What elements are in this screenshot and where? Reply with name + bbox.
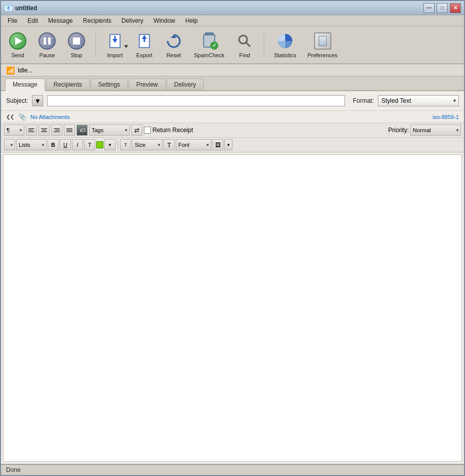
- collapse-button[interactable]: ❮❮: [6, 114, 14, 120]
- toolbar-separator-3: [118, 140, 118, 149]
- format-select-wrapper: Styled Text Plain Text HTML: [378, 95, 459, 106]
- maximize-button[interactable]: □: [437, 3, 448, 13]
- tab-preview[interactable]: Preview: [129, 78, 166, 90]
- find-label: Find: [239, 52, 250, 58]
- menu-message[interactable]: Message: [44, 16, 78, 26]
- find-button[interactable]: Find: [232, 29, 257, 61]
- menu-help[interactable]: Help: [181, 16, 203, 26]
- text-T-label: T: [88, 142, 92, 148]
- align-left-button[interactable]: [26, 125, 37, 136]
- svg-point-1: [239, 35, 247, 44]
- size-select-wrapper: Size: [132, 139, 163, 150]
- color-dropdown-button[interactable]: ▼: [104, 139, 115, 150]
- tag-button[interactable]: 🏷: [76, 125, 88, 136]
- reset-icon: [165, 32, 183, 50]
- stop-button[interactable]: Stop: [64, 29, 89, 61]
- size-select[interactable]: Size: [132, 139, 163, 150]
- spamcheck-icon: ✓: [200, 32, 218, 50]
- export-button[interactable]: Export: [132, 29, 157, 61]
- stop-icon: [67, 32, 86, 50]
- status-bar: 📶 Idle...: [1, 64, 464, 76]
- underline-icon: U: [63, 142, 67, 148]
- toolbar: Send Pause Stop: [1, 26, 464, 64]
- spamcheck-button[interactable]: ✓ SpamCheck: [190, 29, 228, 61]
- statistics-button[interactable]: Statistics: [270, 29, 300, 61]
- menu-file[interactable]: File: [3, 16, 22, 26]
- priority-select[interactable]: Normal High Low: [410, 125, 461, 136]
- preferences-button[interactable]: Preferences: [304, 29, 341, 61]
- message-body[interactable]: [3, 154, 462, 462]
- title-bar-left: 📧 untitled: [4, 4, 37, 12]
- italic-button[interactable]: I: [72, 139, 83, 150]
- minimize-button[interactable]: —: [423, 3, 435, 13]
- format-toolbar-1: ¶ 🏷 Tags ⇄ Return Receip: [1, 123, 464, 138]
- tags-select[interactable]: Tags: [89, 125, 130, 136]
- lists-select-wrapper: Lists: [16, 139, 47, 150]
- list-style-select[interactable]: ☰: [4, 139, 15, 150]
- size-T-small-button[interactable]: T: [120, 139, 131, 150]
- charset-link[interactable]: iso-8859-1: [433, 114, 459, 120]
- text-color-T-button[interactable]: T: [84, 139, 95, 150]
- import-label: Import: [107, 52, 123, 58]
- export-label: Export: [136, 52, 152, 58]
- bold-icon: B: [51, 142, 55, 148]
- insert-image-button[interactable]: 🖼: [212, 139, 223, 150]
- footer-status: Done: [6, 466, 21, 473]
- subject-row: Subject: ▼ Format: Styled Text Plain Tex…: [1, 91, 464, 111]
- tabs-container: Message Recipients Settings Preview Deli…: [1, 76, 464, 91]
- tab-message[interactable]: Message: [5, 78, 45, 91]
- menu-bar: File Edit Message Recipients Delivery Wi…: [1, 15, 464, 26]
- list-style-select-wrapper: ☰: [4, 139, 15, 150]
- find-icon: [236, 32, 254, 50]
- justify-button[interactable]: [64, 125, 75, 136]
- priority-label: Priority:: [388, 127, 409, 134]
- tab-recipients[interactable]: Recipients: [46, 78, 90, 90]
- tab-delivery[interactable]: Delivery: [167, 78, 204, 90]
- import-icon: [106, 32, 124, 50]
- app-icon: 📧: [4, 4, 12, 12]
- subject-input[interactable]: [47, 95, 344, 106]
- font-select[interactable]: Font: [176, 139, 211, 150]
- return-receipt-label: Return Receipt: [152, 127, 193, 134]
- pause-button[interactable]: Pause: [34, 29, 60, 61]
- bold-button[interactable]: B: [48, 139, 59, 150]
- paragraph-style-select-wrapper: ¶: [4, 125, 24, 136]
- statistics-label: Statistics: [274, 52, 296, 58]
- align-center-button[interactable]: [38, 125, 50, 136]
- toolbar-separator-2: [263, 32, 264, 58]
- toolbar-separator-1: [95, 32, 96, 58]
- font-T-button[interactable]: T: [164, 139, 175, 150]
- priority-select-wrapper: Normal High Low: [410, 125, 461, 136]
- main-window: 📧 untitled — □ ✕ File Edit Message Recip…: [0, 0, 465, 476]
- underline-button[interactable]: U: [60, 139, 71, 150]
- close-button[interactable]: ✕: [450, 3, 461, 13]
- align-right-button[interactable]: [51, 125, 62, 136]
- menu-recipients[interactable]: Recipients: [79, 16, 116, 26]
- reset-button[interactable]: Reset: [161, 29, 186, 61]
- footer: Done: [1, 464, 464, 475]
- statistics-icon: [276, 32, 294, 50]
- tags-select-wrapper: Tags: [89, 125, 130, 136]
- title-bar: 📧 untitled — □ ✕: [1, 1, 464, 15]
- preferences-label: Preferences: [307, 52, 337, 58]
- send-label: Send: [11, 52, 24, 58]
- subject-dropdown-button[interactable]: ▼: [32, 95, 43, 106]
- import-button[interactable]: Import: [102, 29, 128, 61]
- menu-window[interactable]: Window: [149, 16, 180, 26]
- pause-icon: [38, 32, 56, 50]
- tab-settings[interactable]: Settings: [91, 78, 128, 90]
- insert-dropdown-button[interactable]: ▼: [224, 139, 232, 150]
- shuffle-button[interactable]: ⇄: [131, 125, 142, 136]
- format-select[interactable]: Styled Text Plain Text HTML: [378, 95, 459, 106]
- title-buttons: — □ ✕: [423, 3, 461, 13]
- return-receipt-checkbox[interactable]: [144, 127, 151, 134]
- menu-edit[interactable]: Edit: [23, 16, 43, 26]
- window-title: untitled: [15, 5, 37, 12]
- paragraph-style-select[interactable]: ¶: [4, 125, 24, 136]
- menu-delivery[interactable]: Delivery: [117, 16, 148, 26]
- lists-select[interactable]: Lists: [16, 139, 47, 150]
- format-label: Format:: [353, 97, 374, 104]
- attachments-row: ❮❮ 📎 No Attachments iso-8859-1: [1, 111, 464, 123]
- send-button[interactable]: Send: [5, 29, 30, 61]
- preferences-icon: [314, 32, 332, 50]
